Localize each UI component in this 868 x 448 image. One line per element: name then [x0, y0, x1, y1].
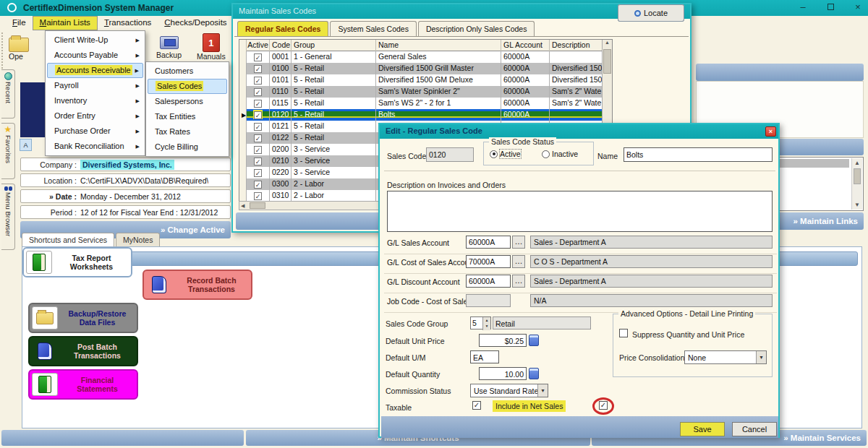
- unit-price-field[interactable]: $0.25: [479, 334, 527, 347]
- menu-item[interactable]: Order Entry ▶: [47, 108, 143, 124]
- submenu-item[interactable]: Tax Entities: [148, 109, 227, 124]
- um-label: Default U/M: [386, 353, 425, 362]
- account-field[interactable]: 70000A: [466, 255, 511, 268]
- dialog-footer: Save Cancel: [381, 416, 778, 438]
- shortcut-button[interactable]: Post Batch Transactions: [28, 336, 138, 366]
- table-row[interactable]: ▶ ✓ 0001 1 - General General Sales 60000…: [239, 51, 612, 63]
- browse-button[interactable]: …: [512, 255, 525, 268]
- menu-item[interactable]: Accounts Receivable ▶: [47, 63, 143, 78]
- sales-tab[interactable]: System Sales Codes: [330, 21, 416, 36]
- description-textarea[interactable]: [387, 191, 773, 232]
- active-checkbox[interactable]: ✓: [254, 134, 262, 142]
- shortcut-button[interactable]: Record Batch Transactions: [142, 270, 252, 300]
- browse-button[interactable]: …: [512, 275, 525, 288]
- active-checkbox[interactable]: ✓: [254, 181, 262, 189]
- account-field[interactable]: 60000A: [466, 236, 511, 249]
- menubar-item[interactable]: Checks/Deposits: [158, 16, 233, 30]
- commission-label: Commission Status: [386, 387, 451, 395]
- menu-item[interactable]: Payroll ▶: [47, 78, 143, 93]
- suppress-checkbox[interactable]: [619, 329, 628, 337]
- submenu-arrow-icon: ▶: [136, 124, 140, 139]
- shortcut-button[interactable]: Financial Statements: [28, 369, 138, 400]
- minimize-button[interactable]: –: [792, 0, 814, 16]
- active-checkbox[interactable]: ✓: [254, 158, 262, 165]
- calculator-icon[interactable]: [529, 368, 539, 379]
- account-field[interactable]: 60000A: [466, 275, 511, 288]
- spinner-arrows-icon[interactable]: ▲▼: [482, 317, 490, 330]
- qty-field[interactable]: 10.00: [479, 367, 527, 380]
- active-checkbox[interactable]: ✓: [254, 65, 262, 73]
- active-checkbox[interactable]: ✓: [254, 111, 262, 119]
- active-checkbox[interactable]: ✓: [254, 88, 262, 96]
- sales-tab[interactable]: Description Only Sales Codes: [418, 21, 535, 36]
- open-label: Ope: [9, 52, 23, 61]
- scroll-down-icon[interactable]: ▼: [852, 202, 862, 208]
- restore-button[interactable]: [820, 0, 841, 16]
- active-checkbox[interactable]: ✓: [254, 123, 262, 131]
- close-button[interactable]: ×: [847, 0, 868, 16]
- submenu-item[interactable]: Salespersons: [148, 94, 227, 109]
- table-row[interactable]: ▶ ✓ 0115 5 - Retail Sam's WS 2" - 2 for …: [239, 98, 612, 109]
- active-checkbox[interactable]: ✓: [254, 77, 262, 85]
- sales-code-field[interactable]: 0120: [426, 147, 474, 162]
- active-checkbox[interactable]: ✓: [254, 169, 262, 177]
- menu-item[interactable]: Client Write-Up ▶: [47, 33, 143, 48]
- scroll-left-icon: ◀: [241, 203, 244, 209]
- content-tab[interactable]: Shortcuts and Services: [22, 233, 114, 246]
- menu-item[interactable]: Inventory ▶: [47, 93, 143, 108]
- um-field[interactable]: EA: [470, 350, 499, 363]
- manuals-button[interactable]: 1 Manuals: [197, 33, 226, 61]
- menu-item[interactable]: Purchase Order ▶: [47, 124, 143, 139]
- save-button[interactable]: Save: [680, 422, 725, 436]
- chevron-down-icon[interactable]: ▾: [756, 351, 766, 363]
- calculator-icon[interactable]: [529, 335, 539, 346]
- status-radio[interactable]: Inactive: [542, 150, 578, 158]
- toolbar-gripper[interactable]: [1, 33, 4, 69]
- partial-tab[interactable]: A: [20, 139, 32, 151]
- commission-select[interactable]: Use Standard Rate ▾: [470, 384, 548, 397]
- scroll-up-icon[interactable]: ▲: [852, 160, 862, 166]
- submenu-item[interactable]: Customers: [148, 64, 227, 79]
- open-company-button[interactable]: Ope: [9, 38, 29, 61]
- active-checkbox[interactable]: ✓: [254, 192, 262, 200]
- side-tab[interactable]: ★ Favorites: [1, 123, 15, 179]
- group-spinner[interactable]: 5 ▲▼: [470, 316, 491, 329]
- dialog-close-button[interactable]: ×: [765, 126, 776, 137]
- side-tab[interactable]: Recent: [1, 69, 15, 119]
- menubar-item[interactable]: Transactions: [98, 16, 158, 30]
- description-label: Description on Invoices and Orders: [387, 181, 506, 189]
- chevron-down-icon[interactable]: ▾: [537, 384, 548, 397]
- table-row[interactable]: ▶ ✓ 0101 5 - Retail Diversified 1500 GM …: [239, 74, 612, 86]
- sales-tab[interactable]: Regular Sales Codes: [237, 21, 328, 36]
- account-field[interactable]: [466, 294, 511, 307]
- cancel-button[interactable]: Cancel: [732, 422, 777, 436]
- status-radio[interactable]: Active: [490, 150, 521, 158]
- scroll-thumb[interactable]: [854, 168, 861, 184]
- browse-button[interactable]: …: [512, 236, 525, 249]
- dialog-titlebar[interactable]: Edit - Regular Sales Code: [380, 124, 778, 139]
- taxable-checkbox[interactable]: ✓: [472, 401, 481, 410]
- backup-button[interactable]: Backup: [156, 36, 182, 59]
- menubar-item[interactable]: File: [6, 16, 33, 30]
- shortcut-button[interactable]: Backup/Restore Data Files: [28, 303, 138, 333]
- table-row[interactable]: ▶ ✓ 0120 5 - Retail Bolts 60000A: [239, 109, 612, 121]
- menubar-item[interactable]: Maintain Lists: [33, 16, 98, 30]
- content-tab[interactable]: MyNotes: [116, 233, 160, 246]
- active-checkbox[interactable]: ✓: [254, 100, 262, 108]
- submenu-item[interactable]: Cycle Billing: [148, 139, 227, 155]
- price-consolidation-select[interactable]: None ▾: [684, 350, 767, 364]
- side-tab[interactable]: Menu Browser: [1, 184, 15, 250]
- scroll-up-icon: ▲: [603, 40, 612, 45]
- active-checkbox[interactable]: ✓: [254, 53, 262, 61]
- submenu-item[interactable]: Tax Rates: [148, 124, 227, 139]
- links-scrollbar[interactable]: ▲ ▼: [851, 158, 862, 210]
- grid-action-button[interactable]: Locate: [618, 4, 684, 22]
- menu-item[interactable]: Accounts Payable ▶: [47, 48, 143, 63]
- name-field[interactable]: Bolts: [624, 147, 773, 162]
- menu-item[interactable]: Bank Reconciliation ▶: [47, 139, 143, 154]
- table-row[interactable]: ▶ ✓ 0110 5 - Retail Sam's Water Spinkler…: [239, 86, 612, 98]
- shortcut-button[interactable]: Tax Report Worksheets: [22, 247, 132, 277]
- active-checkbox[interactable]: ✓: [254, 146, 262, 154]
- submenu-item[interactable]: Sales Codes: [148, 79, 227, 94]
- table-row[interactable]: ▶ ✓ 0100 5 - Retail Diversified 1500 Gri…: [239, 63, 612, 74]
